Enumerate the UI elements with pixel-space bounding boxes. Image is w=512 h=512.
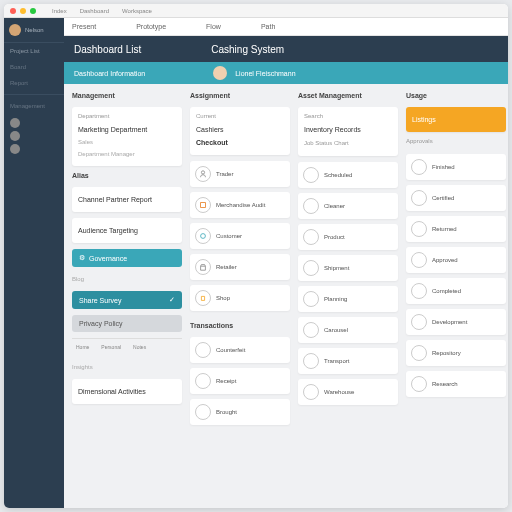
sidebar-user[interactable]: Nelson — [4, 18, 64, 43]
tile[interactable]: Finished — [406, 154, 506, 180]
mini-avatar[interactable] — [10, 144, 20, 154]
section-title: Management — [72, 92, 182, 99]
avatar[interactable] — [213, 66, 227, 80]
bag-icon — [195, 290, 211, 306]
section-title: Asset Management — [298, 92, 398, 99]
section-title: Transactions — [190, 322, 290, 329]
card-department[interactable]: Department Marketing Department Sales De… — [72, 107, 182, 166]
col-usage: Usage Listings Approvals Finished Certif… — [406, 92, 506, 500]
card-row[interactable]: Cashiers — [196, 123, 284, 136]
governance-button[interactable]: ⚙ Governance — [72, 249, 182, 267]
section-title: Alias — [72, 172, 182, 179]
col-assignment: Assignment Current Cashiers Checkout Tra… — [190, 92, 290, 500]
tile[interactable]: Completed — [406, 278, 506, 304]
tile[interactable]: Merchandise Audit — [190, 192, 290, 218]
close-icon[interactable] — [10, 8, 16, 14]
mini-avatar[interactable] — [10, 118, 20, 128]
repo-icon — [411, 345, 427, 361]
plan-icon — [303, 291, 319, 307]
svg-point-2 — [201, 234, 206, 239]
toolbar-flow[interactable]: Flow — [206, 23, 221, 30]
toolbar-present[interactable]: Present — [72, 23, 96, 30]
tile[interactable]: Customer — [190, 223, 290, 249]
main: Present Prototype Flow Path Dashboard Li… — [64, 18, 508, 508]
tile[interactable]: Cleaner — [298, 193, 398, 219]
tile[interactable]: Approved — [406, 247, 506, 273]
clock-icon — [303, 167, 319, 183]
svg-rect-1 — [201, 203, 206, 208]
tile[interactable]: Shipment — [298, 255, 398, 281]
tile[interactable]: Trader — [190, 161, 290, 187]
sidebar-divider — [4, 94, 64, 95]
card-row[interactable]: Inventory Records — [304, 123, 392, 136]
share-button[interactable]: Share Survey ✓ — [72, 291, 182, 309]
page-title: Dashboard List — [74, 44, 141, 55]
svg-point-0 — [201, 171, 204, 174]
sidebar-item-board[interactable]: Board — [4, 59, 64, 75]
minimize-icon[interactable] — [20, 8, 26, 14]
titlebar: Index Dashboard Workspace — [4, 4, 508, 18]
tile[interactable]: Retailer — [190, 254, 290, 280]
card-row: Audience Targeting — [78, 224, 176, 237]
footer-link[interactable]: Home — [72, 343, 93, 351]
card-alias[interactable]: Channel Partner Report — [72, 187, 182, 212]
tile[interactable]: Counterfeit — [190, 337, 290, 363]
col-management: Management Department Marketing Departme… — [72, 92, 182, 500]
gear-icon: ⚙ — [79, 254, 85, 262]
store-icon — [195, 259, 211, 275]
maximize-icon[interactable] — [30, 8, 36, 14]
card-row: Listings — [412, 113, 500, 126]
tile[interactable]: Scheduled — [298, 162, 398, 188]
tile[interactable]: Research — [406, 371, 506, 397]
tile[interactable]: Transport — [298, 348, 398, 374]
cart-icon — [195, 404, 211, 420]
tab-1[interactable]: Index — [48, 7, 71, 15]
tab-2[interactable]: Dashboard — [76, 7, 113, 15]
card-row: Channel Partner Report — [78, 193, 176, 206]
tile[interactable]: Receipt — [190, 368, 290, 394]
card-row: Department Manager — [78, 148, 176, 160]
tile[interactable]: Planning — [298, 286, 398, 312]
product-icon — [303, 229, 319, 245]
tile[interactable]: Development — [406, 309, 506, 335]
card-row[interactable]: Checkout — [196, 136, 284, 149]
receipt-icon — [195, 373, 211, 389]
sidebar: Nelson Project List Board Report Managem… — [4, 18, 64, 508]
card-header: Search — [304, 113, 392, 119]
broom-icon — [303, 198, 319, 214]
return-icon — [411, 221, 427, 237]
tile[interactable]: Warehouse — [298, 379, 398, 405]
card-row: Marketing Department — [78, 123, 176, 136]
sidebar-item-report[interactable]: Report — [4, 75, 64, 91]
footer-link[interactable]: Notes — [129, 343, 150, 351]
approve-icon — [411, 252, 427, 268]
tile[interactable]: Certified — [406, 185, 506, 211]
tile[interactable]: Carousel — [298, 317, 398, 343]
subhead-user: Lionel Fleischmann — [235, 70, 295, 77]
toolbar-path[interactable]: Path — [261, 23, 275, 30]
tile[interactable]: Brought — [190, 399, 290, 425]
toolbar-prototype[interactable]: Prototype — [136, 23, 166, 30]
tile[interactable]: Shop — [190, 285, 290, 311]
check-icon — [411, 159, 427, 175]
sidebar-section: Management — [4, 98, 64, 114]
privacy-button[interactable]: Privacy Policy — [72, 315, 182, 332]
sidebar-item-project[interactable]: Project List — [4, 43, 64, 59]
tab-3[interactable]: Workspace — [118, 7, 156, 15]
tile[interactable]: Repository — [406, 340, 506, 366]
research-icon — [411, 376, 427, 392]
tile[interactable]: Returned — [406, 216, 506, 242]
section-title: Usage — [406, 92, 506, 99]
card-alias2[interactable]: Audience Targeting — [72, 218, 182, 243]
tile[interactable]: Product — [298, 224, 398, 250]
card-insights[interactable]: Dimensional Activities — [72, 379, 182, 404]
footer-link[interactable]: Personal — [97, 343, 125, 351]
cert-icon — [411, 190, 427, 206]
card-listings[interactable]: Listings — [406, 107, 506, 132]
check-icon: ✓ — [169, 296, 175, 304]
mini-avatar[interactable] — [10, 131, 20, 141]
user-icon — [195, 228, 211, 244]
tile-list: Scheduled Cleaner Product Shipment Plann… — [298, 162, 398, 410]
username: Nelson — [25, 27, 44, 33]
sidebar-mini-users — [4, 114, 64, 158]
